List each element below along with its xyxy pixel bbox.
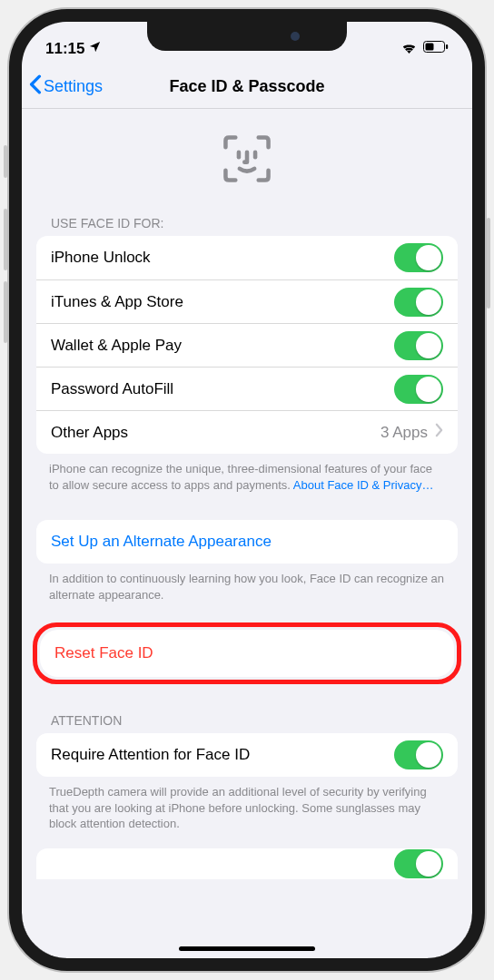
highlight-annotation: Reset Face ID (33, 622, 461, 684)
row-setup-alternate-appearance[interactable]: Set Up an Alternate Appearance (36, 520, 458, 564)
toggle-require-attention[interactable] (394, 740, 443, 769)
toggle-password-autofill[interactable] (394, 375, 443, 404)
row-iphone-unlock[interactable]: iPhone Unlock (36, 236, 458, 279)
row-label: Other Apps (51, 424, 128, 442)
status-time: 11:15 (45, 40, 84, 58)
side-button[interactable] (487, 218, 490, 309)
toggle-partial[interactable] (394, 849, 443, 878)
section-header-use-faceid: USE FACE ID FOR: (22, 209, 472, 236)
iphone-frame: 11:15 (9, 9, 485, 971)
group-alternate-appearance: Set Up an Alternate Appearance (36, 520, 458, 564)
toggle-itunes-appstore[interactable] (394, 288, 443, 317)
mute-switch[interactable] (4, 145, 7, 178)
chevron-left-icon (29, 74, 42, 99)
footer-use-faceid: iPhone can recognize the unique, three-d… (22, 454, 472, 496)
row-label: iTunes & App Store (51, 293, 183, 311)
about-faceid-privacy-link[interactable]: About Face ID & Privacy… (293, 478, 434, 492)
footer-alternate-appearance: In addition to continuously learning how… (22, 564, 472, 606)
row-password-autofill[interactable]: Password AutoFill (36, 367, 458, 410)
wifi-icon (400, 40, 418, 58)
group-use-faceid: iPhone Unlock iTunes & App Store Wallet … (36, 236, 458, 454)
group-attention: Require Attention for Face ID (36, 733, 458, 777)
nav-bar: Settings Face ID & Passcode (22, 65, 472, 109)
faceid-icon (221, 132, 273, 189)
back-button[interactable]: Settings (29, 74, 103, 99)
battery-icon (423, 40, 449, 58)
toggle-wallet-applepay[interactable] (394, 331, 443, 360)
group-reset-faceid: Reset Face ID (40, 630, 454, 677)
row-wallet-applepay[interactable]: Wallet & Apple Pay (36, 323, 458, 367)
row-label: Set Up an Alternate Appearance (51, 533, 272, 551)
location-arrow-icon (88, 40, 102, 58)
home-indicator[interactable] (179, 946, 315, 951)
row-label: Password AutoFill (51, 380, 173, 398)
footer-attention: TrueDepth camera will provide an additio… (22, 777, 472, 836)
volume-down-button[interactable] (4, 281, 7, 343)
row-other-apps[interactable]: Other Apps 3 Apps (36, 410, 458, 454)
row-label: Require Attention for Face ID (51, 746, 250, 764)
row-label: Reset Face ID (54, 644, 153, 662)
volume-up-button[interactable] (4, 209, 7, 270)
faceid-hero (22, 109, 472, 209)
group-next-partial (36, 848, 458, 879)
row-require-attention[interactable]: Require Attention for Face ID (36, 733, 458, 777)
back-label: Settings (44, 77, 103, 96)
svg-rect-2 (446, 44, 448, 49)
row-label: iPhone Unlock (51, 249, 151, 267)
content-scroll[interactable]: USE FACE ID FOR: iPhone Unlock iTunes & … (22, 109, 472, 958)
chevron-right-icon (435, 423, 443, 442)
row-label: Wallet & Apple Pay (51, 337, 182, 355)
screen: 11:15 (22, 22, 472, 958)
section-header-attention: ATTENTION (22, 706, 472, 733)
notch (147, 22, 347, 51)
page-title: Face ID & Passcode (169, 77, 324, 96)
row-reset-faceid[interactable]: Reset Face ID (40, 630, 454, 677)
other-apps-count: 3 Apps (380, 424, 428, 442)
row-itunes-appstore[interactable]: iTunes & App Store (36, 279, 458, 323)
svg-rect-1 (426, 44, 434, 51)
toggle-iphone-unlock[interactable] (394, 243, 443, 272)
row-partial[interactable] (36, 848, 458, 879)
